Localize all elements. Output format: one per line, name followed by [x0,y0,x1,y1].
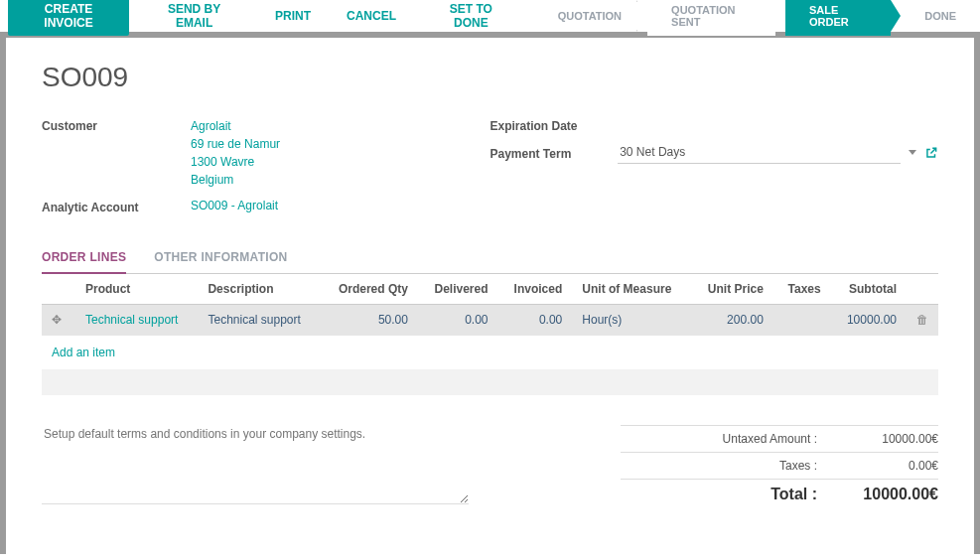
delete-row-icon[interactable]: 🗑 [916,313,928,327]
cell-taxes[interactable] [773,305,831,336]
customer-label: Customer [42,117,191,189]
col-invoiced: Invoiced [498,274,573,305]
dropdown-caret-icon[interactable] [909,150,916,155]
table-row[interactable]: ✥ Technical support Technical support 50… [42,305,938,336]
order-title: SO009 [42,62,938,93]
tab-order-lines[interactable]: ORDER LINES [42,242,126,274]
col-subtotal: Subtotal [831,274,907,305]
cancel-button[interactable]: CANCEL [335,3,408,29]
order-lines-table: Product Description Ordered Qty Delivere… [42,274,938,336]
customer-city: 1300 Wavre [191,153,490,171]
customer-name: Agrolait [191,117,490,135]
customer-country: Belgium [191,171,490,189]
set-done-button[interactable]: SET TO DONE [420,0,522,36]
col-taxes: Taxes [773,274,831,305]
grand-total-value: 10000.00€ [829,486,938,503]
tabs: ORDER LINES OTHER INFORMATION [42,242,938,274]
drag-handle-icon[interactable]: ✥ [52,313,66,327]
col-description: Description [198,274,320,305]
payment-term-label: Payment Term [490,145,619,161]
status-stages: QUOTATION QUOTATION SENT SALE ORDER DONE [534,0,972,32]
customer-value[interactable]: Agrolait 69 rue de Namur 1300 Wavre Belg… [191,117,490,189]
action-toolbar: CREATE INVOICE SEND BY EMAIL PRINT CANCE… [0,0,980,32]
tab-other-info[interactable]: OTHER INFORMATION [154,242,287,273]
col-uom: Unit of Measure [572,274,691,305]
col-delivered: Delivered [418,274,498,305]
cell-invoiced[interactable]: 0.00 [498,305,573,336]
external-link-icon[interactable] [924,146,938,160]
taxes-total-label: Taxes : [621,459,829,473]
expiration-label: Expiration Date [490,117,669,133]
col-product: Product [75,274,198,305]
cell-subtotal[interactable]: 10000.00 [831,305,907,336]
taxes-total-value: 0.00€ [829,459,938,473]
untaxed-label: Untaxed Amount : [621,432,829,446]
cell-ordered-qty[interactable]: 50.00 [321,305,418,336]
totals-panel: Untaxed Amount : 10000.00€ Taxes : 0.00€… [621,425,938,509]
cell-delivered[interactable]: 0.00 [418,305,498,336]
stage-done[interactable]: DONE [901,2,972,30]
add-item-link[interactable]: Add an item [52,346,115,359]
payment-term-input[interactable] [618,141,901,164]
col-unit-price: Unit Price [691,274,773,305]
analytic-label: Analytic Account [42,199,191,214]
expiration-value[interactable] [669,117,939,133]
grand-total-label: Total : [621,486,829,503]
cell-uom[interactable]: Hour(s) [572,305,691,336]
cell-product[interactable]: Technical support [75,305,198,336]
analytic-value[interactable]: SO009 - Agrolait [191,199,278,212]
form-sheet: SO009 Customer Agrolait 69 rue de Namur … [0,32,980,554]
stage-quotation-sent[interactable]: QUOTATION SENT [647,0,775,36]
terms-textarea[interactable] [42,425,469,504]
customer-street: 69 rue de Namur [191,135,490,153]
print-button[interactable]: PRINT [263,3,323,29]
empty-row [42,369,938,395]
send-email-button[interactable]: SEND BY EMAIL [137,0,251,36]
cell-unit-price[interactable]: 200.00 [691,305,773,336]
col-ordered-qty: Ordered Qty [321,274,418,305]
stage-sale-order[interactable]: SALE ORDER [785,0,891,36]
stage-quotation[interactable]: QUOTATION [534,2,637,30]
untaxed-value: 10000.00€ [829,432,938,446]
cell-description[interactable]: Technical support [198,305,320,336]
create-invoice-button[interactable]: CREATE INVOICE [8,0,129,36]
